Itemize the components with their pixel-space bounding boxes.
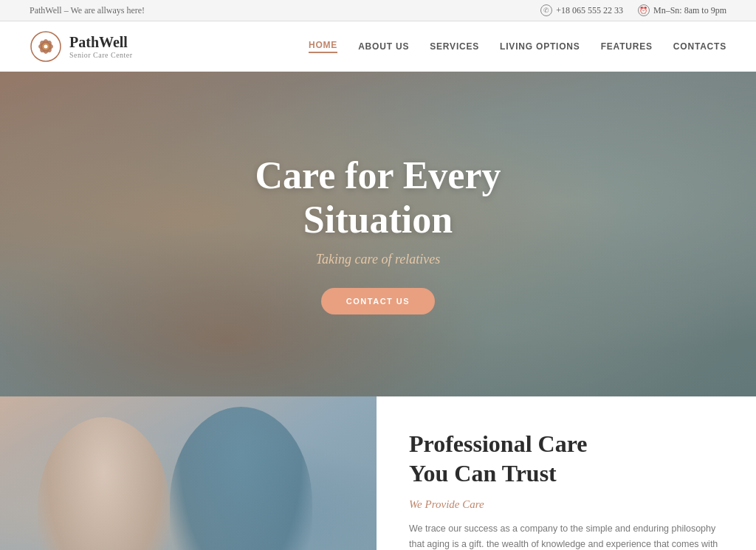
about-subtitle-italic: We Provide Care bbox=[409, 498, 721, 511]
svg-point-6 bbox=[44, 45, 48, 49]
top-bar-right: ✆ +18 065 555 22 33 ⏰ Mn–Sn: 8am to 9pm bbox=[540, 4, 726, 16]
phone-number: +18 065 555 22 33 bbox=[556, 5, 623, 16]
header: PathWell Senior Care Center HOME ABOUT U… bbox=[0, 21, 756, 72]
logo-subtitle: Senior Care Center bbox=[69, 51, 133, 59]
hero-section: Care for Every Situation Taking care of … bbox=[0, 72, 756, 396]
nav-home[interactable]: HOME bbox=[309, 40, 337, 53]
phone-contact: ✆ +18 065 555 22 33 bbox=[540, 4, 623, 16]
logo-text: PathWell Senior Care Center bbox=[69, 34, 133, 59]
about-body: We trace our success as a company to the… bbox=[409, 521, 721, 550]
tagline: PathWell – We are allways here! bbox=[30, 5, 145, 16]
about-title: Professional Care You Can Trust bbox=[409, 429, 721, 488]
phone-icon: ✆ bbox=[540, 4, 552, 16]
nav-about[interactable]: ABOUT US bbox=[358, 41, 409, 52]
logo-area: PathWell Senior Care Center bbox=[30, 30, 133, 63]
logo-name: PathWell bbox=[69, 34, 133, 51]
main-nav: HOME ABOUT US SERVICES LIVING OPTIONS FE… bbox=[309, 40, 726, 53]
about-section: Professional Care You Can Trust We Provi… bbox=[0, 396, 756, 550]
top-bar: PathWell – We are allways here! ✆ +18 06… bbox=[0, 0, 756, 21]
nav-services[interactable]: SERVICES bbox=[430, 41, 479, 52]
nav-contacts[interactable]: CONTACTS bbox=[673, 41, 726, 52]
contact-us-button[interactable]: CONTACT US bbox=[321, 288, 435, 314]
nav-features[interactable]: FEATURES bbox=[601, 41, 653, 52]
hero-content: Care for Every Situation Taking care of … bbox=[0, 72, 756, 396]
logo-icon bbox=[30, 30, 62, 63]
hero-subtitle: Taking care of relatives bbox=[316, 252, 440, 267]
nav-living[interactable]: LIVING OPTIONS bbox=[500, 41, 580, 52]
hours-text: Mn–Sn: 8am to 9pm bbox=[653, 5, 726, 16]
clock-icon: ⏰ bbox=[638, 4, 650, 16]
about-image bbox=[0, 396, 377, 550]
hero-title: Care for Every Situation bbox=[255, 154, 501, 242]
about-content: Professional Care You Can Trust We Provi… bbox=[377, 396, 756, 550]
hours-contact: ⏰ Mn–Sn: 8am to 9pm bbox=[638, 4, 726, 16]
